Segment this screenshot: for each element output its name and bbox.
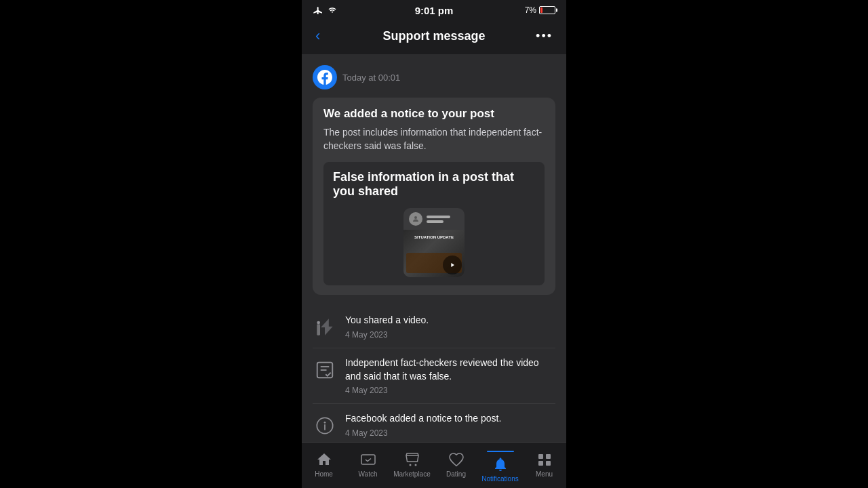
- main-content: Today at 00:01 We added a notice to your…: [302, 54, 566, 442]
- dating-svg-icon: [448, 451, 465, 468]
- svg-point-11: [414, 464, 416, 466]
- post-image-text: SITUATION UPDATE: [406, 235, 462, 240]
- post-avatar: [409, 212, 422, 226]
- bottom-navigation: Home Watch Marketplace: [302, 442, 566, 488]
- status-time: 9:01 pm: [415, 5, 454, 16]
- home-svg-icon: [316, 451, 332, 468]
- nav-label-dating: Dating: [446, 470, 466, 478]
- info-circle-icon: [313, 413, 337, 438]
- header-title: Support message: [382, 29, 485, 43]
- notifications-svg-icon: [492, 456, 509, 472]
- nav-item-marketplace[interactable]: Marketplace: [390, 448, 434, 485]
- timeline-item-date: 4 May 2023: [345, 428, 555, 438]
- svg-point-0: [414, 216, 417, 219]
- post-image-thumbnail: SITUATION UPDATE: [403, 230, 465, 277]
- nav-label-marketplace: Marketplace: [393, 470, 430, 478]
- status-right: 7%: [525, 5, 555, 15]
- nav-item-dating[interactable]: Dating: [434, 448, 478, 485]
- svg-rect-14: [538, 461, 543, 466]
- battery-icon: [539, 6, 555, 14]
- marketplace-svg-icon: [404, 451, 420, 468]
- message-bubble: We added a notice to your post The post …: [313, 98, 555, 295]
- notifications-icon: [492, 455, 509, 473]
- nav-item-watch[interactable]: Watch: [346, 448, 390, 485]
- nav-label-notifications: Notifications: [481, 475, 518, 483]
- svg-rect-1: [317, 325, 320, 336]
- post-name-line-2: [427, 220, 443, 223]
- wifi-icon: [328, 6, 337, 14]
- more-options-button[interactable]: •••: [533, 26, 555, 46]
- timeline-item-content: Facebook added a notice to the post. 4 M…: [345, 412, 555, 438]
- menu-icon: [536, 451, 553, 468]
- marketplace-icon: [403, 451, 421, 468]
- false-info-box: False information in a post that you sha…: [323, 162, 545, 285]
- airplane-icon: [313, 6, 323, 14]
- share-icon: [315, 318, 334, 337]
- message-bubble-body: The post includes information that indep…: [323, 126, 545, 152]
- svg-rect-9: [361, 455, 375, 464]
- svg-rect-12: [538, 454, 543, 459]
- home-icon: [315, 451, 333, 468]
- nav-label-watch: Watch: [359, 470, 378, 478]
- play-icon: [449, 262, 456, 268]
- battery-fill: [540, 7, 542, 13]
- status-bar: 9:01 pm 7%: [302, 0, 566, 18]
- post-card-header: [403, 208, 465, 230]
- watch-icon: [359, 451, 377, 468]
- nav-item-notifications[interactable]: Notifications: [478, 448, 522, 485]
- timeline-item: You shared a video. 4 May 2023: [313, 306, 555, 348]
- timeline-item-text: Independent fact-checkers reviewed the v…: [345, 357, 555, 383]
- post-play-overlay: [443, 256, 462, 274]
- message-bubble-title: We added a notice to your post: [323, 107, 545, 121]
- timeline-item-text: You shared a video.: [345, 314, 555, 327]
- nav-item-home[interactable]: Home: [302, 448, 346, 485]
- timeline-item: Independent fact-checkers reviewed the v…: [313, 348, 555, 404]
- timeline-item: Facebook added a notice to the post. 4 M…: [313, 404, 555, 442]
- watch-svg-icon: [360, 451, 376, 468]
- timeline-item-content: Independent fact-checkers reviewed the v…: [345, 357, 555, 395]
- timeline-list: You shared a video. 4 May 2023 Independe…: [313, 306, 555, 442]
- status-left-icons: [313, 6, 337, 14]
- timeline-item-date: 4 May 2023: [345, 386, 555, 395]
- factcheck-box-icon: [313, 358, 337, 382]
- post-card-preview: SITUATION UPDATE: [403, 208, 465, 277]
- dating-icon: [448, 451, 465, 468]
- nav-label-menu: Menu: [536, 470, 553, 478]
- share-video-icon: [313, 315, 337, 340]
- back-button[interactable]: ‹: [313, 24, 323, 47]
- phone-container: 9:01 pm 7% ‹ Support message ••• Today a…: [302, 0, 566, 488]
- post-name-placeholder: [427, 216, 450, 223]
- user-avatar-icon: [412, 215, 420, 223]
- info-icon: [315, 416, 334, 435]
- post-name-line-1: [427, 216, 450, 218]
- menu-svg-icon: [536, 451, 553, 468]
- factcheck-icon: [315, 360, 335, 380]
- nav-label-home: Home: [315, 470, 333, 478]
- nav-item-menu[interactable]: Menu: [522, 448, 566, 485]
- timeline-item-date: 4 May 2023: [345, 330, 555, 340]
- header: ‹ Support message •••: [302, 18, 566, 54]
- message-header: Today at 00:01: [313, 65, 555, 89]
- svg-rect-15: [546, 461, 551, 466]
- message-timestamp: Today at 00:01: [342, 73, 400, 83]
- nav-active-indicator: [487, 451, 514, 452]
- timeline-item-text: Facebook added a notice to the post.: [345, 412, 555, 426]
- facebook-logo-icon: [317, 70, 332, 85]
- svg-rect-13: [546, 454, 551, 459]
- timeline-item-content: You shared a video. 4 May 2023: [345, 314, 555, 340]
- false-info-title: False information in a post that you sha…: [333, 170, 535, 199]
- facebook-avatar: [313, 65, 337, 89]
- battery-percentage: 7%: [525, 5, 536, 15]
- svg-point-10: [409, 464, 411, 466]
- svg-point-8: [324, 422, 326, 424]
